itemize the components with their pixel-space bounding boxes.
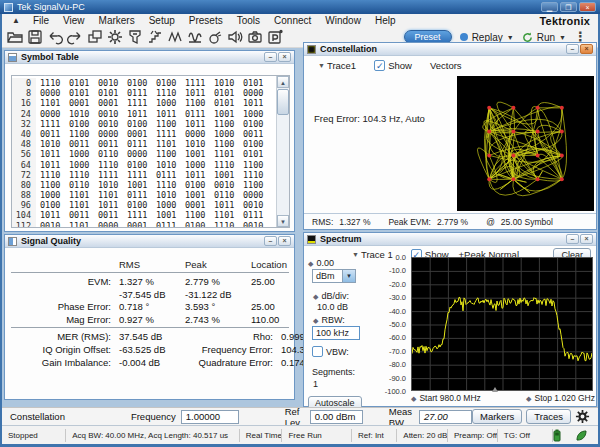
y-axis-tick: -40.0 (378, 307, 406, 316)
y-axis-tick: 0.0 (378, 253, 406, 262)
unit-select[interactable]: dBm▼ (312, 269, 356, 283)
constellation-point (511, 130, 515, 134)
constellation-plot[interactable] (457, 76, 594, 211)
undo-icon[interactable] (45, 28, 65, 46)
signal-quality-row: Phase Error:0.718 °3.593 °25.00 (9, 301, 317, 312)
open-folder-icon[interactable] (5, 28, 25, 46)
app-icon (4, 3, 13, 12)
analysis-icon[interactable] (185, 28, 205, 46)
constellation-point (487, 153, 491, 157)
signal-quality-row: Mag Error:0.927 %2.743 %110.00 (9, 314, 317, 325)
minimize-button[interactable]: ▁ (541, 2, 558, 12)
camera-icon[interactable] (245, 28, 265, 46)
show-checkbox[interactable]: ✓ (374, 60, 385, 71)
panel-minimize-button[interactable]: – (264, 52, 277, 62)
spectrum-plot[interactable] (411, 257, 593, 391)
constellation-panel: Constellation – × ▼ Trace1 ✓ Show Vector… (303, 42, 597, 230)
save-icon[interactable] (25, 28, 45, 46)
constellation-status: RMS: 1.327 % Peak EVM: 2.779 % @ 25.00 S… (304, 213, 596, 229)
constellation-point (511, 153, 515, 157)
signal-quality-extra-row: IQ Origin Offset:-63.525 dBFrequency Err… (9, 344, 353, 355)
chevron-down-icon[interactable]: ▼ (352, 251, 359, 258)
more-menu-icon[interactable]: ⋮ (574, 32, 587, 42)
signal-quality-titlebar[interactable]: Signal Quality – × (5, 235, 294, 248)
markers-button[interactable]: Markers (472, 409, 522, 424)
waveform-icon[interactable] (165, 28, 185, 46)
y-axis-tick: -90.0 (378, 374, 406, 383)
symbol-table-row: 2400001010001010111011011110011000 (12, 109, 276, 119)
symbol-table-row: 4000111100000000011111000010000011 (12, 129, 276, 139)
menu-markers[interactable]: Markers (92, 15, 142, 26)
meas-bw-input[interactable]: 27.00 MHz (419, 410, 472, 424)
menu-file[interactable]: File (26, 15, 56, 26)
amplitude-icon[interactable] (145, 28, 165, 46)
panel-minimize-button[interactable]: – (264, 236, 277, 246)
scroll-up-icon[interactable]: ▲ (277, 76, 289, 88)
eject-icon[interactable]: ▲ (6, 16, 26, 25)
speaker-icon[interactable] (225, 28, 245, 46)
symbol-table-scrollbar[interactable]: ▲ ▼ (276, 76, 289, 227)
menu-tools[interactable]: Tools (230, 15, 267, 26)
constellation-point (560, 177, 564, 181)
ref-lev-input[interactable]: 0.00 dBm (310, 410, 363, 424)
close-button[interactable]: × (579, 2, 596, 12)
vbw-checkbox[interactable]: ✓ (312, 346, 323, 357)
symbol-table-row: 9601001101101101001000000110110010 (12, 200, 276, 210)
db-div-value[interactable]: 10.0 dB (317, 302, 348, 312)
menu-help[interactable]: Help (368, 15, 403, 26)
scrollbar-thumb[interactable] (277, 89, 289, 115)
trace-selector[interactable]: Trace1 (327, 60, 356, 71)
spectrum-titlebar[interactable]: Spectrum – × (304, 233, 596, 246)
signal-quality-extra-row: Gain Imbalance:-0.004 dBQuadrature Error… (9, 357, 353, 368)
trigger-icon[interactable] (125, 28, 145, 46)
center-freq-marker[interactable] (492, 387, 498, 392)
menu-presets[interactable]: Presets (182, 15, 230, 26)
vectors-button[interactable]: Vectors (430, 60, 462, 71)
symbol-table-titlebar[interactable]: Symbol Table – × (5, 51, 294, 64)
windows-icon[interactable] (85, 28, 105, 46)
ref-level-field[interactable]: ◆0.00 (308, 258, 334, 268)
panel-close-button[interactable]: × (278, 236, 291, 246)
preset-p-icon[interactable] (265, 28, 285, 46)
chevron-down-icon: ▼ (342, 270, 355, 282)
redo-icon[interactable] (65, 28, 85, 46)
settings-gear-icon[interactable] (575, 409, 590, 424)
panel-close-button[interactable]: × (580, 234, 593, 244)
status-segment: TG: Off (498, 429, 553, 442)
run-label: Run (537, 32, 555, 43)
frequency-input[interactable]: 1.00000 GHz (181, 410, 239, 424)
symbol-table-row: 800000101010101111110101101010000 (12, 88, 276, 98)
symbol-table-panel: Symbol Table – × 01110010100100100010011… (4, 50, 295, 232)
status-segment: Preamp: Off (448, 429, 498, 442)
maximize-button[interactable]: ❒ (560, 2, 577, 12)
constellation-point (511, 177, 515, 181)
settings-gear-icon[interactable] (105, 28, 125, 46)
replay-dropdown[interactable]: Replay ▼ (460, 32, 514, 43)
panel-minimize-button[interactable]: – (566, 234, 579, 244)
panel-close-button[interactable]: × (580, 44, 593, 54)
traces-button[interactable]: Traces (526, 409, 571, 424)
stop-freq[interactable]: ◆Stop 1.020 GHz (526, 393, 595, 403)
menu-connect[interactable]: Connect (267, 15, 318, 26)
constellation-title: Constellation (320, 44, 377, 54)
y-axis-tick: -10.0 (378, 266, 406, 275)
rbw-input[interactable]: 100 kHz (312, 326, 360, 340)
scroll-down-icon[interactable]: ▼ (277, 215, 289, 227)
menu-view[interactable]: View (56, 15, 92, 26)
status-segment: Ref: Int (352, 429, 397, 442)
menu-window[interactable]: Window (318, 15, 368, 26)
chevron-down-icon[interactable]: ▼ (318, 62, 325, 69)
menu-setup[interactable]: Setup (142, 15, 182, 26)
start-freq[interactable]: ◆Start 980.0 MHz (411, 393, 481, 403)
panel-close-button[interactable]: × (278, 52, 291, 62)
signal-quality-panel: Signal Quality – × RMS Peak Location EVM… (4, 234, 295, 400)
run-dropdown[interactable]: Run ▼ (522, 32, 566, 43)
acquisition-icon[interactable] (205, 28, 225, 46)
constellation-point (487, 106, 491, 110)
titlebar[interactable]: Tek SignalVu-PC ▁ ❒ × (0, 0, 600, 14)
panel-minimize-button[interactable]: – (566, 44, 579, 54)
constellation-titlebar[interactable]: Constellation – × (304, 43, 596, 56)
freq-error-readout: Freq Error: 104.3 Hz, Auto (314, 113, 425, 124)
status-segment: Acq BW: 40.00 MHz, Acq Length: 40.517 us (66, 429, 240, 442)
y-axis-tick: -100.0 (378, 387, 406, 396)
